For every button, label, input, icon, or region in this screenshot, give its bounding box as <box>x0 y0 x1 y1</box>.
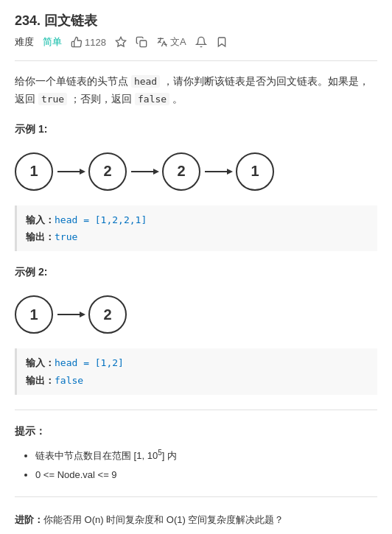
example-2-output-value: false <box>55 375 83 386</box>
thumbs-up-icon <box>71 36 83 48</box>
bookmark-icon <box>216 36 228 48</box>
node-1-1: 1 <box>15 152 53 191</box>
like-count: 1128 <box>85 37 106 48</box>
arrow-2 <box>130 164 159 179</box>
bookmark-button[interactable] <box>216 36 228 48</box>
divider-3 <box>15 496 377 497</box>
node-1-4: 1 <box>236 152 274 191</box>
node-1-3: 2 <box>162 152 200 191</box>
svg-marker-0 <box>116 37 125 46</box>
example-1-title: 示例 1: <box>15 123 377 136</box>
example-2-diagram: 1 2 <box>15 288 377 341</box>
example-1-input-label: 输入： <box>26 214 55 225</box>
difficulty-label: 难度 <box>15 35 34 49</box>
example-1-diagram: 1 2 2 1 <box>15 145 377 198</box>
problem-description: 给你一个单链表的头节点 head ，请你判断该链表是否为回文链表。如果是，返回 … <box>15 73 377 108</box>
divider-2 <box>15 410 377 410</box>
svg-marker-3 <box>80 169 85 175</box>
hints-list: 链表中节点数目在范围 [1, 105] 内 0 <= Node.val <= 9 <box>15 446 377 485</box>
node-2-1: 1 <box>15 295 53 334</box>
meta-row: 难度 简单 1128 文A <box>15 35 377 49</box>
hints-section: 提示： 链表中节点数目在范围 [1, 105] 内 0 <= Node.val … <box>15 425 377 485</box>
difficulty-value: 简单 <box>43 35 62 49</box>
arrow-4 <box>56 307 85 322</box>
star-button[interactable] <box>115 36 127 48</box>
example-2-input-value: head = [1,2] <box>55 357 124 368</box>
svg-marker-7 <box>227 169 233 175</box>
arrow-3 <box>203 164 233 179</box>
arrow-1 <box>56 164 85 179</box>
node-2-2: 2 <box>88 295 127 334</box>
bell-icon <box>195 36 207 48</box>
example-2-title: 示例 2: <box>15 266 377 279</box>
svg-marker-9 <box>80 312 85 317</box>
example-1-output-label: 输出： <box>26 231 55 242</box>
share-icon <box>136 36 147 48</box>
example-2-input-label: 输入： <box>26 357 55 368</box>
example-1-output-value: true <box>55 231 77 242</box>
example-2-output-label: 输出： <box>26 375 55 386</box>
page-title: 234. 回文链表 <box>15 12 377 29</box>
advanced-section: 进阶：你能否用 O(n) 时间复杂度和 O(1) 空间复杂度解决此题？ <box>15 512 377 528</box>
bell-button[interactable] <box>195 36 207 48</box>
translate-icon <box>156 36 168 48</box>
svg-marker-5 <box>153 169 159 175</box>
like-button[interactable]: 1128 <box>71 36 106 48</box>
hints-title: 提示： <box>15 425 377 438</box>
example-2: 示例 2: 1 2 输入：head = [1,2] 输出：false <box>15 266 377 395</box>
example-1-io: 输入：head = [1,2,2,1] 输出：true <box>15 205 377 252</box>
star-icon <box>115 36 127 48</box>
hint-2: 0 <= Node.val <= 9 <box>35 466 377 485</box>
node-1-2: 2 <box>88 152 127 191</box>
example-2-io: 输入：head = [1,2] 输出：false <box>15 348 377 395</box>
share-button[interactable] <box>136 36 147 48</box>
example-1-input-value: head = [1,2,2,1] <box>55 214 147 225</box>
example-1: 示例 1: 1 2 2 1 输入：head = [1,2,2,1] 输出：tru… <box>15 123 377 252</box>
divider-1 <box>15 60 377 61</box>
hint-1: 链表中节点数目在范围 [1, 105] 内 <box>35 446 377 466</box>
svg-rect-1 <box>140 41 147 47</box>
advanced-label: 进阶： <box>15 514 43 525</box>
translate-button[interactable]: 文A <box>156 35 186 49</box>
